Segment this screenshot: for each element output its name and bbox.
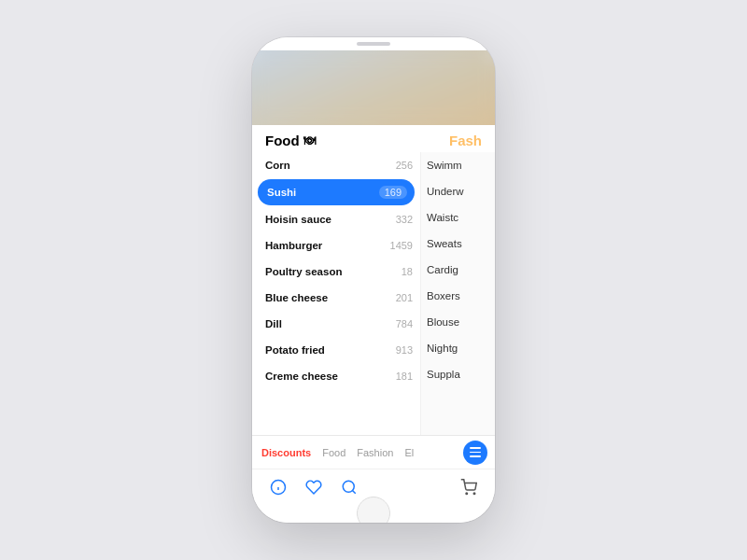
food-item-name: Hamburger — [265, 240, 322, 251]
bottom-tabs: DiscountsFoodFashionEl — [252, 435, 495, 469]
food-list-item[interactable]: Blue cheese201 — [252, 285, 420, 311]
fashion-list-item[interactable]: Waistc — [421, 204, 495, 231]
fashion-list-item[interactable]: Underw — [421, 178, 495, 204]
fashion-item-name: Suppla — [427, 369, 460, 380]
bottom-tab-discounts[interactable]: Discounts — [261, 447, 311, 458]
food-item-name: Poultry season — [265, 266, 342, 277]
hero-blur-overlay — [252, 50, 495, 125]
home-indicator — [252, 504, 495, 523]
fashion-list-item[interactable]: Sweats — [421, 231, 495, 257]
food-item-name: Dill — [265, 318, 282, 329]
food-item-count: 332 — [396, 214, 413, 225]
food-item-count: 201 — [396, 292, 413, 303]
phone-shell: Food 🍽 Fash Corn256Sushi169Hoisin sauce3… — [252, 37, 495, 523]
svg-point-3 — [343, 481, 354, 492]
fashion-list-item[interactable]: Blouse — [421, 309, 495, 335]
food-list-item[interactable]: Dill784 — [252, 311, 420, 337]
bottom-tab-food[interactable]: Food — [322, 447, 345, 458]
food-list-item[interactable]: Corn256 — [252, 152, 420, 178]
main-content: Corn256Sushi169Hoisin sauce332Hamburger1… — [252, 152, 495, 435]
fashion-item-name: Cardig — [427, 264, 458, 275]
food-item-name: Corn — [265, 160, 290, 171]
action-icons-left — [269, 478, 359, 497]
food-list-item[interactable]: Creme cheese181 — [252, 363, 420, 389]
food-tab-icon: 🍽 — [303, 133, 316, 147]
food-item-count: 181 — [396, 371, 413, 382]
svg-point-6 — [473, 493, 475, 495]
food-tab-label: Food — [265, 133, 300, 148]
fashion-list: SwimmUnderwWaistcSweatsCardigBoxersBlous… — [420, 152, 495, 435]
food-list-item[interactable]: Poultry season18 — [252, 259, 420, 285]
food-list: Corn256Sushi169Hoisin sauce332Hamburger1… — [252, 152, 420, 435]
tab-food[interactable]: Food 🍽 — [265, 133, 316, 148]
fashion-list-item[interactable]: Suppla — [421, 361, 495, 387]
fashion-list-item[interactable]: Nightg — [421, 335, 495, 361]
fashion-list-item[interactable]: Cardig — [421, 257, 495, 283]
food-item-name: Potato fried — [265, 344, 325, 356]
fashion-item-name: Nightg — [427, 343, 458, 354]
cart-icon[interactable] — [459, 478, 478, 497]
fashion-item-name: Sweats — [427, 238, 462, 249]
fashion-item-name: Blouse — [427, 316, 459, 328]
food-item-count: 784 — [396, 318, 413, 329]
food-item-name: Hoisin sauce — [265, 214, 331, 225]
fashion-item-name: Boxers — [427, 290, 460, 301]
fashion-item-name: Swimm — [427, 160, 462, 171]
info-icon[interactable] — [269, 478, 288, 497]
category-tabs: Food 🍽 Fash — [252, 125, 495, 152]
fashion-item-name: Waistc — [427, 212, 458, 223]
svg-line-4 — [352, 490, 355, 493]
bottom-tab-fashion[interactable]: Fashion — [357, 447, 393, 458]
search-icon[interactable] — [340, 478, 359, 497]
food-item-count: 18 — [402, 266, 413, 277]
home-button[interactable] — [357, 497, 390, 523]
hero-image — [252, 50, 495, 125]
food-item-count: 1459 — [390, 240, 413, 251]
fashion-list-item[interactable]: Swimm — [421, 152, 495, 178]
food-item-count: 913 — [396, 344, 413, 356]
food-list-item[interactable]: Sushi169 — [258, 179, 415, 205]
food-item-name: Creme cheese — [265, 371, 338, 382]
svg-point-5 — [466, 493, 468, 495]
fashion-item-name: Underw — [427, 186, 464, 197]
menu-button[interactable] — [463, 441, 487, 465]
phone-top — [252, 37, 495, 50]
menu-icon — [470, 447, 481, 457]
tab-fashion[interactable]: Fash — [449, 133, 482, 148]
food-item-name: Blue cheese — [265, 292, 328, 303]
fashion-tab-label: Fash — [449, 133, 482, 148]
food-list-item[interactable]: Hamburger1459 — [252, 232, 420, 259]
food-item-name: Sushi — [267, 187, 296, 198]
food-list-item[interactable]: Hoisin sauce332 — [252, 206, 420, 232]
food-item-count: 169 — [379, 186, 407, 199]
speaker — [357, 42, 390, 46]
heart-icon[interactable] — [304, 478, 323, 497]
food-list-item[interactable]: Potato fried913 — [252, 337, 420, 363]
fashion-list-item[interactable]: Boxers — [421, 283, 495, 309]
food-item-count: 256 — [396, 160, 413, 171]
bottom-tab-el[interactable]: El — [404, 447, 414, 458]
